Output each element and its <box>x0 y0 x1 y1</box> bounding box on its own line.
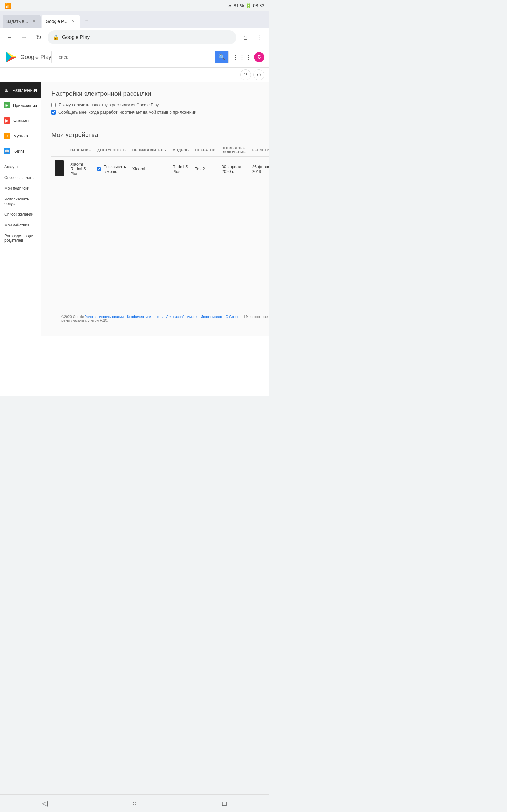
browser-tabs: Задать в... ✕ Google P... ✕ + <box>0 11 269 28</box>
email-checkbox-2[interactable] <box>51 110 56 114</box>
device-availability-cell: Показывать в меню <box>94 157 129 182</box>
apps-icon: ⊞ <box>4 102 10 108</box>
apps-grid-icon[interactable]: ⋮⋮⋮ <box>233 53 251 61</box>
gp-search-bar[interactable]: 🔍 <box>51 51 229 63</box>
sidebar-link-account[interactable]: Аккаунт <box>0 161 41 172</box>
books-icon: 📖 <box>4 148 10 154</box>
home-button[interactable]: ⌂ <box>239 32 251 43</box>
email-settings-title: Настройки электронной рассылки <box>51 90 269 97</box>
device-operator-cell: Tele2 <box>192 157 219 182</box>
gp-main: ⊞ Развлечения ⊞ Приложения ▶ Фильмы ♪ Му… <box>0 83 269 336</box>
email-checkbox-2-label: Сообщать мне, когда разработчик отвечает… <box>58 110 196 114</box>
status-right: ∗ 81 % 🔋 08:33 <box>228 3 264 8</box>
sidebar-item-movies-label: Фильмы <box>13 118 29 123</box>
address-bar[interactable]: 🔒 Google Play <box>48 31 236 44</box>
col-availability: ДОСТУПНОСТЬ <box>94 144 129 157</box>
browser-toolbar: ← → ↻ 🔒 Google Play ⌂ ⋮ <box>0 28 269 47</box>
email-checkbox-1[interactable] <box>51 103 56 107</box>
browser-menu-button[interactable]: ⋮ <box>254 32 266 43</box>
col-name: НАЗВАНИЕ <box>67 144 94 157</box>
footer-link-developers[interactable]: Для разработчиков <box>166 315 197 318</box>
sidebar-link-payment[interactable]: Способы оплаты <box>0 172 41 183</box>
email-checkbox-2-row: Сообщать мне, когда разработчик отвечает… <box>51 110 269 114</box>
sidebar-link-parental[interactable]: Руководство для родителей <box>0 231 41 246</box>
search-button[interactable]: 🔍 <box>215 51 228 63</box>
help-icon: ? <box>244 72 247 78</box>
device-manufacturer-cell: Xiaomi <box>129 157 169 182</box>
sidebar-item-books-label: Книги <box>13 149 24 154</box>
wifi-icon: 📶 <box>5 3 11 9</box>
user-avatar[interactable]: C <box>254 52 264 62</box>
table-row: Xiaomi Redmi 5 Plus Показывать в меню Xi… <box>51 157 269 182</box>
bluetooth-icon: ∗ <box>228 3 232 8</box>
sidebar-divider <box>0 160 41 160</box>
gp-sub-header: ? ⚙ <box>0 67 269 83</box>
tab-1[interactable]: Задать в... ✕ <box>3 14 41 28</box>
footer-link-privacy[interactable]: Конфиденциальность <box>127 315 163 318</box>
sidebar-link-subscriptions[interactable]: Мои подписки <box>0 183 41 194</box>
footer-copyright: ©2020 Google <box>61 315 84 318</box>
lock-icon: 🔒 <box>53 34 59 40</box>
new-tab-button[interactable]: + <box>81 15 93 27</box>
tab-2-close[interactable]: ✕ <box>70 18 76 24</box>
devices-title: Мои устройства <box>51 131 269 139</box>
col-manufacturer: ПРОИЗВОДИТЕЛЬ <box>129 144 169 157</box>
sidebar-item-books[interactable]: 📖 Книги <box>0 143 41 159</box>
sidebar-link-bonus[interactable]: Использовать бонус <box>0 194 41 209</box>
device-availability-label: Показывать в меню <box>103 164 126 174</box>
gp-logo-text: Google Play <box>20 54 51 61</box>
sidebar-item-music-label: Музыка <box>13 134 28 138</box>
search-icon: 🔍 <box>218 54 225 61</box>
device-icon <box>55 160 64 176</box>
email-checkbox-1-label: Я хочу получать новостную рассылку из Go… <box>58 102 159 107</box>
sidebar-item-movies[interactable]: ▶ Фильмы <box>0 113 41 128</box>
sidebar-link-my-actions[interactable]: Мои действия <box>0 220 41 231</box>
footer-link-artists[interactable]: Исполнители <box>201 315 222 318</box>
gp-header-icons: ⋮⋮⋮ C <box>233 52 264 62</box>
sidebar-item-apps[interactable]: ⊞ Приложения <box>0 98 41 113</box>
email-checkbox-1-row: Я хочу получать новостную рассылку из Go… <box>51 102 269 107</box>
email-settings-section: Настройки электронной рассылки Я хочу по… <box>51 90 269 114</box>
gp-header: Google Play 🔍 ⋮⋮⋮ C <box>0 47 269 67</box>
address-text: Google Play <box>62 35 231 40</box>
device-availability-checkbox[interactable] <box>97 167 101 171</box>
col-registered: РЕГИСТРАЦИЯ <box>249 144 269 157</box>
battery-level: 81 % <box>234 3 244 8</box>
tab-1-title: Задать в... <box>6 19 29 24</box>
footer-link-about[interactable]: О Google <box>225 315 240 318</box>
gp-sidebar: ⊞ Развлечения ⊞ Приложения ▶ Фильмы ♪ Му… <box>0 83 41 336</box>
table-header-row: НАЗВАНИЕ ДОСТУПНОСТЬ ПРОИЗВОДИТЕЛЬ МОДЕЛ… <box>51 144 269 157</box>
forward-button[interactable]: → <box>18 32 30 43</box>
device-icon-cell <box>51 157 67 182</box>
col-model: МОДЕЛЬ <box>169 144 192 157</box>
music-icon: ♪ <box>4 133 10 139</box>
gp-footer: ©2020 Google Условия использования Конфи… <box>51 308 269 328</box>
devices-table: НАЗВАНИЕ ДОСТУПНОСТЬ ПРОИЗВОДИТЕЛЬ МОДЕЛ… <box>51 144 269 182</box>
clock: 08:33 <box>253 3 264 8</box>
tab-2-title: Google P... <box>46 19 68 24</box>
tab-1-close[interactable]: ✕ <box>31 18 37 24</box>
footer-link-terms[interactable]: Условия использования <box>85 315 124 318</box>
page-content: Google Play 🔍 ⋮⋮⋮ C ? ⚙ ⊞ Развлечения <box>0 47 269 396</box>
battery-icon: 🔋 <box>246 3 251 8</box>
settings-icon: ⚙ <box>257 72 261 78</box>
sidebar-item-apps-label: Приложения <box>13 103 37 108</box>
sidebar-item-entertainment-label: Развлечения <box>12 88 37 93</box>
sidebar-item-music[interactable]: ♪ Музыка <box>0 128 41 143</box>
device-model-cell: Redmi 5 Plus <box>169 157 192 182</box>
sidebar-item-entertainment[interactable]: ⊞ Развлечения <box>0 83 41 98</box>
col-icon <box>51 144 67 157</box>
reload-button[interactable]: ↻ <box>33 32 44 43</box>
gp-logo-icon <box>5 51 18 63</box>
help-icon-button[interactable]: ? <box>240 69 251 80</box>
settings-icon-button[interactable]: ⚙ <box>253 69 264 80</box>
status-bar: 📶 ∗ 81 % 🔋 08:33 <box>0 0 269 11</box>
gp-content-area: Настройки электронной рассылки Я хочу по… <box>41 83 269 336</box>
sidebar-link-wishlist[interactable]: Список желаний <box>0 209 41 220</box>
tab-2[interactable]: Google P... ✕ <box>42 14 80 28</box>
device-last-on-cell: 30 апреля 2020 г. <box>218 157 249 182</box>
search-input[interactable] <box>52 52 215 62</box>
device-registered-cell: 26 февраля 2019 г. <box>249 157 269 182</box>
back-button[interactable]: ← <box>4 32 15 43</box>
col-operator: ОПЕРАТОР <box>192 144 219 157</box>
